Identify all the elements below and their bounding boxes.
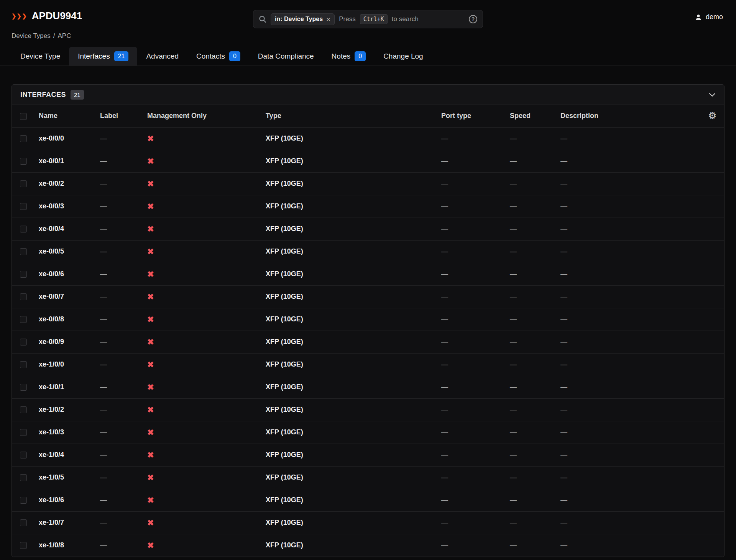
- interfaces-panel: INTERFACES 21 Name Label Management Only…: [12, 84, 724, 557]
- interface-name-link[interactable]: xe-0/0/1: [39, 157, 64, 165]
- table-row: xe-1/0/6 — ✖ XFP (10GE) — — —: [12, 489, 724, 511]
- user-menu[interactable]: demo: [695, 13, 723, 21]
- port-type-cell: —: [441, 353, 510, 376]
- speed-cell: —: [510, 331, 560, 353]
- tab-data-compliance[interactable]: Data Compliance: [249, 47, 323, 65]
- interface-name-link[interactable]: xe-1/0/6: [39, 496, 64, 504]
- table-row: xe-0/0/2 — ✖ XFP (10GE) — — —: [12, 172, 724, 195]
- row-checkbox[interactable]: [20, 429, 27, 436]
- interface-name-link[interactable]: xe-1/0/0: [39, 360, 64, 368]
- interface-name-link[interactable]: xe-1/0/3: [39, 428, 64, 436]
- type-cell: XFP (10GE): [266, 127, 441, 150]
- top-bar: ❯❯❯ APDU9941 Device Types / APC in: Devi…: [0, 0, 736, 47]
- row-checkbox[interactable]: [20, 497, 27, 504]
- interface-name-link[interactable]: xe-0/0/7: [39, 293, 64, 300]
- tab-change-log[interactable]: Change Log: [375, 47, 432, 65]
- tab-notes[interactable]: Notes0: [323, 47, 375, 65]
- search-filter-chip[interactable]: in: Device Types ×: [271, 13, 335, 25]
- type-cell: XFP (10GE): [266, 421, 441, 444]
- table-row: xe-1/0/8 — ✖ XFP (10GE) — — —: [12, 534, 724, 557]
- column-header-description: Description: [560, 105, 697, 127]
- interface-name-link[interactable]: xe-1/0/4: [39, 451, 64, 458]
- speed-cell: —: [510, 511, 560, 534]
- table-row: xe-0/0/4 — ✖ XFP (10GE) — — —: [12, 218, 724, 240]
- row-checkbox[interactable]: [20, 316, 27, 323]
- management-only-false-icon: ✖: [147, 308, 266, 331]
- breadcrumb-apc[interactable]: APC: [58, 32, 71, 40]
- brand-arrows-icon: ❯❯❯: [12, 13, 27, 19]
- row-checkbox[interactable]: [20, 519, 27, 526]
- interface-name-link[interactable]: xe-0/0/6: [39, 270, 64, 278]
- interface-name-link[interactable]: xe-0/0/9: [39, 338, 64, 345]
- interface-name-link[interactable]: xe-0/0/3: [39, 202, 64, 210]
- label-cell: —: [100, 511, 147, 534]
- table-row: xe-1/0/5 — ✖ XFP (10GE) — — —: [12, 466, 724, 489]
- interface-name-link[interactable]: xe-0/0/4: [39, 225, 64, 233]
- interface-name-link[interactable]: xe-0/0/8: [39, 315, 64, 323]
- port-type-cell: —: [441, 466, 510, 489]
- label-cell: —: [100, 331, 147, 353]
- table-config-gear-icon[interactable]: ⚙: [708, 110, 716, 121]
- tab-interfaces[interactable]: Interfaces21: [69, 47, 137, 65]
- row-checkbox[interactable]: [20, 226, 27, 233]
- speed-cell: —: [510, 489, 560, 511]
- row-checkbox[interactable]: [20, 248, 27, 255]
- breadcrumb-device-types[interactable]: Device Types: [12, 32, 51, 40]
- interface-name-link[interactable]: xe-0/0/2: [39, 180, 64, 187]
- row-checkbox[interactable]: [20, 406, 27, 413]
- tab-advanced[interactable]: Advanced: [137, 47, 187, 65]
- interface-name-link[interactable]: xe-0/0/0: [39, 134, 64, 142]
- speed-cell: —: [510, 150, 560, 172]
- row-checkbox[interactable]: [20, 452, 27, 458]
- table-row: xe-1/0/2 — ✖ XFP (10GE) — — —: [12, 398, 724, 421]
- speed-cell: —: [510, 376, 560, 398]
- row-checkbox[interactable]: [20, 384, 27, 391]
- port-type-cell: —: [441, 376, 510, 398]
- interface-name-link[interactable]: xe-1/0/1: [39, 383, 64, 391]
- port-type-cell: —: [441, 150, 510, 172]
- interface-name-link[interactable]: xe-1/0/5: [39, 473, 64, 481]
- label-cell: —: [100, 534, 147, 557]
- label-cell: —: [100, 353, 147, 376]
- interface-name-link[interactable]: xe-1/0/2: [39, 406, 64, 413]
- speed-cell: —: [510, 444, 560, 466]
- row-checkbox[interactable]: [20, 158, 27, 165]
- description-cell: —: [560, 150, 697, 172]
- speed-cell: —: [510, 534, 560, 557]
- row-checkbox[interactable]: [20, 271, 27, 278]
- port-type-cell: —: [441, 489, 510, 511]
- description-cell: —: [560, 331, 697, 353]
- speed-cell: —: [510, 308, 560, 331]
- tab-device-type[interactable]: Device Type: [12, 47, 69, 65]
- collapse-chevron-icon[interactable]: [709, 93, 716, 97]
- help-icon[interactable]: ?: [469, 15, 477, 23]
- interface-name-link[interactable]: xe-1/0/7: [39, 519, 64, 526]
- chip-close-icon[interactable]: ×: [326, 16, 330, 23]
- table-row: xe-0/0/1 — ✖ XFP (10GE) — — —: [12, 150, 724, 172]
- row-checkbox[interactable]: [20, 361, 27, 368]
- interface-name-link[interactable]: xe-0/0/5: [39, 247, 64, 255]
- row-checkbox[interactable]: [20, 474, 27, 481]
- row-checkbox[interactable]: [20, 293, 27, 300]
- user-name: demo: [706, 13, 723, 21]
- type-cell: XFP (10GE): [266, 308, 441, 331]
- row-checkbox[interactable]: [20, 135, 27, 142]
- type-cell: XFP (10GE): [266, 376, 441, 398]
- management-only-false-icon: ✖: [147, 240, 266, 263]
- row-checkbox[interactable]: [20, 180, 27, 187]
- interface-name-link[interactable]: xe-1/0/8: [39, 541, 64, 549]
- row-checkbox[interactable]: [20, 203, 27, 210]
- search-bar[interactable]: in: Device Types × Press Ctrl+K to searc…: [253, 10, 483, 28]
- label-cell: —: [100, 489, 147, 511]
- speed-cell: —: [510, 127, 560, 150]
- description-cell: —: [560, 172, 697, 195]
- row-checkbox[interactable]: [20, 542, 27, 549]
- select-all-checkbox[interactable]: [20, 113, 27, 120]
- row-checkbox[interactable]: [20, 339, 27, 345]
- tab-contacts[interactable]: Contacts0: [187, 47, 249, 65]
- description-cell: —: [560, 240, 697, 263]
- type-cell: XFP (10GE): [266, 511, 441, 534]
- breadcrumb: Device Types / APC: [12, 32, 71, 40]
- management-only-false-icon: ✖: [147, 285, 266, 308]
- label-cell: —: [100, 195, 147, 218]
